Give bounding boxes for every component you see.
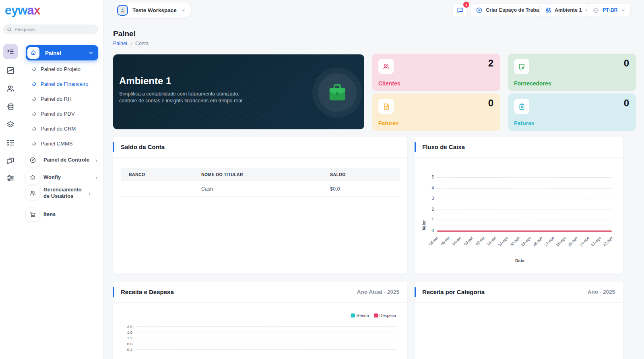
sidebar-item-painel-de-financeiro[interactable]: Painel de Financeiro	[26, 79, 98, 89]
breadcrumb: Painel › Conta	[113, 41, 149, 46]
sidebar-item-painel-do-crm[interactable]: Painel do CRM	[26, 123, 98, 134]
sidebar-item-painel-do-pdv[interactable]: Painel do PDV	[26, 108, 98, 119]
sub-item-label: Painel do CRM	[41, 126, 76, 132]
gridline	[437, 188, 612, 189]
account-balance-card: Saldo da Conta BANCO NOME DO TITULAR SAL…	[113, 137, 407, 274]
y-tick-label: 2	[424, 207, 434, 212]
task-list-icon[interactable]	[6, 138, 15, 147]
chevron-right-icon: ›	[95, 157, 97, 164]
stat-value: 0	[488, 98, 493, 109]
card-header: Receita e Despesa Ano Atual - 2025	[113, 282, 407, 303]
group-item-label: Painel de Controle	[43, 157, 95, 163]
sidebar-item-painel-do-rh[interactable]: Painel do RH	[26, 93, 98, 104]
cashflow-zero-line	[437, 230, 612, 232]
y-tick-label: 0.8	[123, 342, 132, 346]
chevron-right-icon: ›	[89, 190, 91, 197]
group-item-label: Wonfly	[43, 174, 95, 181]
y-tick-label: 1	[424, 218, 434, 222]
bullet-icon	[31, 81, 37, 87]
sidebar-item-painel-do-projeto[interactable]: Painel do Projeto	[26, 64, 98, 74]
card-title: Receita e Despesa	[121, 288, 174, 295]
gridline	[437, 199, 612, 199]
y-tick-label: 3	[424, 196, 434, 201]
accent-bar	[113, 142, 114, 152]
y-tick-label: 1.6	[123, 330, 132, 334]
sidebar-item-label: Painel	[45, 50, 89, 56]
y-tick-label: 1.2	[123, 336, 132, 340]
bullet-icon	[31, 141, 37, 146]
plus-circle-icon	[476, 7, 483, 14]
sidebar-item-painel-cmms[interactable]: Painel CMMS	[26, 138, 98, 149]
bullet-icon	[31, 66, 37, 72]
gridline	[136, 349, 397, 350]
legend-label: Despesa	[380, 313, 396, 318]
card-title: Fluxo de Caixa	[422, 143, 465, 150]
environment-selector[interactable]: Ambiente 1	[539, 3, 594, 17]
column-header: SALDO	[330, 172, 346, 177]
gridline	[437, 177, 612, 178]
sidebar-item-painel-de-controle[interactable]: Painel de Controle ›	[26, 153, 99, 167]
layers-icon[interactable]	[6, 120, 15, 129]
workspace-avatar	[117, 5, 128, 16]
environment-label: Ambiente 1	[555, 7, 582, 13]
stat-card-faturas-2[interactable]: 0 Faturas	[508, 93, 636, 131]
notifications-button[interactable]: 1	[452, 3, 468, 17]
chevron-right-icon: ›	[95, 174, 97, 181]
finance-coins-icon[interactable]	[6, 102, 15, 111]
search-box[interactable]	[3, 25, 98, 34]
sidebar-item-gerenciamento-de-usuarios[interactable]: Gerenciamento de Usuários ›	[26, 186, 99, 200]
gauge-icon	[26, 153, 39, 167]
y-tick-label: 4	[424, 186, 434, 190]
chevron-down-icon	[181, 8, 186, 12]
sidebar-item-wonfly[interactable]: Wonfly ›	[26, 170, 99, 184]
analytics-chart-icon[interactable]	[6, 66, 15, 75]
stat-card-fornecedores[interactable]: 0 Fornecedores	[508, 54, 636, 91]
language-selector[interactable]: PT-BR	[587, 3, 631, 17]
rail-divider	[21, 40, 21, 359]
legend-item-despesa: Despesa	[374, 313, 396, 318]
cell-titular: Cash	[201, 186, 213, 192]
breadcrumb-root-link[interactable]: Painel	[113, 41, 127, 46]
chat-bubble-icon	[456, 6, 464, 14]
gridline	[136, 332, 397, 332]
cashflow-card: Fluxo de Caixa Valor Data 01234506-set05…	[415, 137, 623, 274]
stat-label: Faturas	[378, 120, 399, 127]
note-icon	[514, 59, 529, 74]
y-tick-label: 0.4	[123, 347, 132, 352]
globe-icon	[592, 7, 599, 14]
y-tick-label: 0	[424, 228, 434, 233]
breadcrumb-separator: ›	[130, 41, 132, 46]
chart-legend: Renda Despesa	[351, 313, 396, 318]
breadcrumb-current: Conta	[135, 41, 149, 46]
card-header: Fluxo de Caixa	[415, 137, 623, 158]
stat-card-faturas[interactable]: 0 Faturas	[372, 93, 500, 131]
stat-card-clientes[interactable]: 2 Clientes	[372, 54, 500, 91]
y-tick-label: 2.0	[123, 324, 132, 329]
column-header: NOME DO TITULAR	[201, 172, 243, 177]
stat-label: Faturas	[514, 120, 535, 127]
sidebar-item-itens[interactable]: Itens	[26, 208, 99, 221]
sidebar: eywax Painel P	[0, 0, 104, 359]
search-input[interactable]	[14, 27, 95, 32]
card-title: Receita por Categoria	[422, 288, 485, 295]
card-header: Receita por Categoria Ano - 2025	[415, 282, 623, 303]
sidebar-item-painel[interactable]: Painel	[26, 45, 98, 60]
stat-value: 2	[488, 58, 493, 69]
bullet-icon	[31, 96, 37, 102]
filters-icon[interactable]	[6, 174, 15, 183]
terminal-list-icon[interactable]	[3, 44, 18, 59]
accent-bar	[113, 287, 114, 297]
accent-bar	[415, 142, 416, 152]
chat-icon[interactable]	[6, 156, 15, 165]
group-item-label: Gerenciamento de Usuários	[43, 187, 89, 200]
eywax-logo: eywax	[5, 3, 40, 18]
banner-title: Ambiente 1	[119, 75, 171, 87]
sub-item-label: Painel CMMS	[41, 141, 72, 147]
workspace-selector[interactable]: Teste Workspace	[114, 2, 192, 18]
x-axis-label: Data	[515, 258, 524, 263]
create-workspace-label: Criar Espaço de Trabalho	[486, 7, 547, 13]
period-label: Ano Atual - 2025	[357, 289, 399, 295]
cell-saldo: $0,0	[330, 186, 340, 192]
gridline	[136, 338, 397, 338]
users-icon[interactable]	[6, 84, 15, 93]
